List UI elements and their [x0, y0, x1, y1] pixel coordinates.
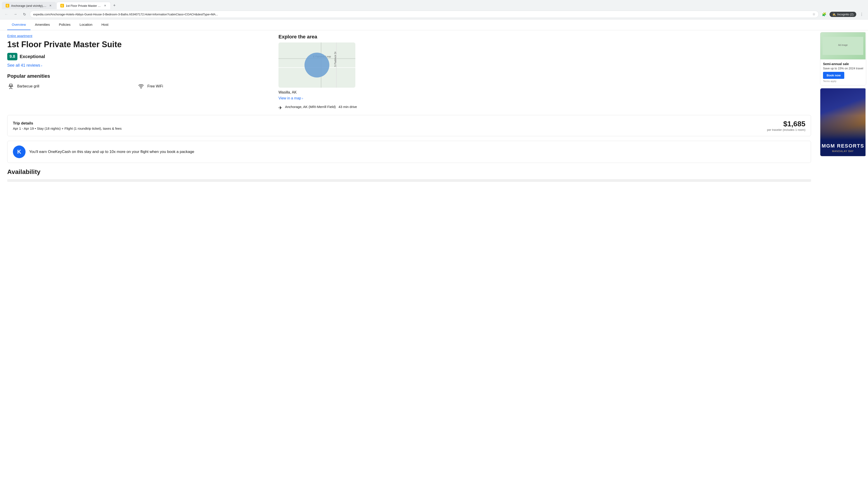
ad1-cta-button[interactable]: Book now: [823, 72, 844, 79]
nav-policies[interactable]: Policies: [54, 20, 75, 30]
view-map-link[interactable]: View in a map ›: [278, 96, 357, 100]
ad1-terms: Terms apply: [823, 80, 863, 83]
svg-rect-0: [9, 84, 12, 86]
mgm-logo-text: MGM RESORTS: [822, 143, 864, 149]
explore-title: Explore the area: [278, 30, 357, 40]
onekey-logo: K: [13, 145, 26, 158]
reviews-link-text: See all 41 reviews: [7, 63, 40, 68]
main-content: Entire apartment 1st Floor Private Maste…: [0, 30, 818, 187]
property-title: 1st Floor Private Master Suite: [7, 39, 264, 49]
availability-title: Availability: [7, 168, 811, 175]
tab-2-title: 1st Floor Private Master Suite: [66, 4, 101, 7]
amenities-grid: Barbecue grill Free: [7, 83, 264, 90]
amenity-wifi: Free WiFi: [137, 83, 264, 90]
tab-bar: E Anchorage (and vicinity), Alask... ✕ E…: [0, 0, 868, 9]
extensions-icon[interactable]: 🧩: [820, 11, 828, 18]
map-location-marker: [305, 53, 329, 77]
ad1-subtitle: Save up to 15% on 2024 travel: [823, 67, 863, 70]
rating-label: Exceptional: [20, 54, 45, 59]
svg-line-4: [9, 88, 10, 89]
calendar-strip: [7, 179, 811, 182]
airport-row: ✈ Anchorage, AK (MRI-Merrill Field) 43 m…: [278, 105, 357, 110]
sidebar-ads: Ad image Semi-annual sale Save up to 15%…: [818, 30, 868, 187]
address-bar: ← → ↻ expedia.com/Anchorage-Hotels-Abbys…: [0, 9, 868, 19]
map-container[interactable]: E Fairview Loop S Paddock Dr: [278, 42, 355, 88]
price-note: per traveler (includes 1 room): [767, 128, 805, 131]
airport-name: Anchorage, AK (MRI-Merrill Field): [285, 105, 336, 109]
tab-1[interactable]: E Anchorage (and vicinity), Alask... ✕: [2, 2, 56, 9]
location-name: Wasilla, AK: [278, 90, 357, 94]
trip-details-left: Trip details Apr 1 - Apr 19 • Stay (18 n…: [13, 121, 122, 130]
back-button[interactable]: ←: [3, 11, 10, 18]
hotel-content-row: Entire apartment 1st Floor Private Maste…: [0, 30, 818, 110]
tab-2-close-icon[interactable]: ✕: [103, 4, 107, 7]
main-layout: Entire apartment 1st Floor Private Maste…: [0, 30, 868, 187]
forward-button[interactable]: →: [12, 11, 19, 18]
amenity-wifi-label: Free WiFi: [147, 84, 163, 88]
ad1-title: Semi-annual sale: [823, 62, 863, 66]
map-label-paddock: S Paddock Dr: [334, 52, 337, 67]
menu-button[interactable]: ⋮: [858, 11, 865, 18]
ad1-content: Semi-annual sale Save up to 15% on 2024 …: [820, 59, 866, 85]
ad-mgm: MGM RESORTS MANDALAY BAY: [820, 88, 866, 156]
ad1-image: Ad image: [820, 32, 866, 59]
trip-details-dates: Apr 1 - Apr 19 • Stay (18 nights) + Flig…: [13, 127, 122, 130]
ad-semi-annual: Ad image Semi-annual sale Save up to 15%…: [820, 32, 866, 86]
tab-2-favicon: E: [60, 4, 64, 7]
nav-overview[interactable]: Overview: [7, 20, 31, 30]
nav-amenities[interactable]: Amenities: [31, 20, 55, 30]
page-wrapper: E Anchorage (and vicinity), Alask... ✕ E…: [0, 0, 868, 187]
incognito-button[interactable]: 🕵 Incognito (2): [830, 12, 856, 17]
incognito-label: Incognito (2): [837, 13, 854, 16]
view-map-text: View in a map: [278, 96, 301, 100]
reviews-chevron-icon: ›: [41, 64, 42, 67]
nav-location[interactable]: Location: [75, 20, 97, 30]
map-chevron-icon: ›: [302, 96, 303, 100]
browser-chrome: E Anchorage (and vicinity), Alask... ✕ E…: [0, 0, 868, 20]
reviews-link[interactable]: See all 41 reviews ›: [7, 63, 264, 68]
amenities-title: Popular amenities: [7, 73, 264, 79]
tab-2[interactable]: E 1st Floor Private Master Suite ✕: [57, 2, 111, 9]
tab-1-close-icon[interactable]: ✕: [49, 4, 52, 7]
mgm-sub-text: MANDALAY BAY: [822, 150, 864, 153]
rating-badge: 9.8: [7, 53, 18, 60]
explore-area: Explore the area E Fairview Loop S Paddo…: [271, 30, 357, 110]
svg-point-6: [141, 88, 142, 89]
onekey-text: You'll earn OneKeyCash on this stay and …: [29, 150, 194, 154]
svg-text:Ad image: Ad image: [838, 44, 848, 46]
ad2-image: MGM RESORTS MANDALAY BAY: [820, 88, 866, 156]
trip-details-label: Trip details: [13, 121, 122, 126]
amenity-bbq-label: Barbecue grill: [17, 84, 39, 88]
bookmark-icon[interactable]: ☆: [812, 12, 815, 16]
nav-host[interactable]: Host: [97, 20, 113, 30]
airplane-icon: ✈: [278, 105, 282, 110]
tab-1-favicon: E: [6, 4, 9, 7]
rating-row: 9.8 Exceptional: [7, 53, 264, 60]
trip-price: $1,685 per traveler (includes 1 room): [767, 120, 805, 131]
new-tab-button[interactable]: +: [111, 2, 118, 9]
url-text: expedia.com/Anchorage-Hotels-Abbys-Guest…: [33, 13, 811, 16]
incognito-icon: 🕵: [832, 13, 836, 16]
svg-line-5: [12, 88, 12, 89]
price-amount: $1,685: [767, 120, 805, 128]
svg-rect-1: [8, 86, 13, 87]
apt-type-label[interactable]: Entire apartment: [7, 30, 264, 39]
airport-drive: 43 min drive: [338, 105, 357, 109]
reload-button[interactable]: ↻: [21, 11, 28, 18]
availability-section: Availability: [0, 168, 818, 187]
bbq-icon: [7, 83, 14, 90]
onekey-banner: K You'll earn OneKeyCash on this stay an…: [7, 141, 811, 163]
tab-1-title: Anchorage (and vicinity), Alask...: [11, 4, 47, 7]
amenity-bbq: Barbecue grill: [7, 83, 134, 90]
trip-details-box: Trip details Apr 1 - Apr 19 • Stay (18 n…: [7, 115, 811, 136]
page-navigation: Overview Amenities Policies Location Hos…: [0, 20, 868, 30]
wifi-icon: [137, 83, 145, 90]
property-info: Entire apartment 1st Floor Private Maste…: [0, 30, 271, 110]
url-bar[interactable]: expedia.com/Anchorage-Hotels-Abbys-Guest…: [30, 11, 819, 18]
